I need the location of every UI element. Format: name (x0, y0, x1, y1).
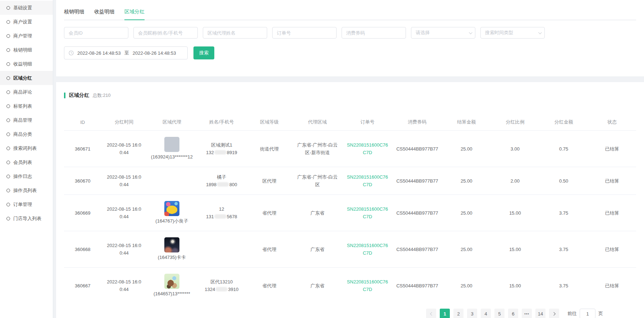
sidebar-item-order-management[interactable]: 订单管理 (0, 197, 53, 211)
sidebar-item-income-detail[interactable]: 收益明细 (0, 57, 53, 71)
sidebar-item-operator-list[interactable]: 操作员列表 (0, 183, 53, 197)
phone-suffix: 3910 (228, 287, 238, 292)
radio-circle-icon (6, 20, 10, 24)
region-agent-name-input[interactable] (203, 27, 267, 39)
cell-status: 已结算 (588, 231, 636, 268)
goto-page-input[interactable] (580, 309, 595, 318)
agent-name: (164657)13******* (151, 290, 193, 297)
table-row: 360667 2022-08-15 16:00:44 (164657)13***… (64, 268, 636, 304)
sidebar-item-merchant-settings[interactable]: 商户设置 (0, 15, 53, 29)
member-name: 橘子 (201, 173, 242, 181)
cell-member: 区代13210 13243910 (197, 268, 246, 304)
member-nickname-input[interactable] (133, 27, 198, 39)
chevron-down-icon (538, 31, 542, 34)
cell-settle: 25.00 (442, 268, 491, 304)
radio-circle-icon (6, 90, 10, 94)
cell-id: 360668 (64, 231, 101, 268)
member-name: 12 (201, 205, 242, 213)
agent-name: (163924)13*******12 (151, 153, 193, 161)
page-button-6[interactable]: 6 (508, 309, 518, 318)
page-button-14[interactable]: 14 (535, 309, 545, 318)
date-filter-row: 2022-08-26 14:48:53 至 2022-08-26 14:48:5… (64, 46, 636, 59)
prev-page-button[interactable] (426, 309, 436, 318)
tab-verification-detail[interactable]: 核销明细 (64, 9, 84, 20)
radio-circle-icon (6, 62, 10, 66)
page-button-3[interactable]: 3 (467, 309, 477, 318)
chevron-right-icon (552, 312, 556, 315)
member-id-input[interactable] (64, 27, 128, 39)
cell-agent: (164767)小良子 (147, 195, 197, 231)
cell-coupon: CS50444BB977B77 (392, 131, 442, 167)
sidebar-item-basic-settings[interactable]: 基础设置 (0, 1, 53, 15)
cell-settle: 25.00 (442, 231, 491, 268)
cell-order: SN2208151600C76C7D (343, 167, 392, 195)
sidebar-item-region-dividend[interactable]: 区域分红 (0, 71, 53, 85)
col-status: 状态 (588, 115, 636, 131)
cell-level: 街道代理 (246, 131, 292, 167)
more-pages-button[interactable]: ••• (522, 309, 532, 318)
coupon-code-input[interactable] (342, 27, 406, 39)
cell-time: 2022-08-15 16:00:44 (101, 195, 147, 231)
cell-amount: 0.75 (539, 131, 588, 167)
order-number-link[interactable]: SN2208151600C76C7D (347, 243, 388, 256)
sidebar-item-product-category[interactable]: 商品分类 (0, 127, 53, 141)
cell-ratio: 3.00 (491, 131, 539, 167)
sidebar-item-label: 商品评论 (13, 89, 32, 95)
table-header-row: ID 分红时间 区域代理 姓名/手机号 区域等级 代理区域 订单号 消费券码 结… (64, 115, 636, 131)
phone-suffix: 8919 (227, 150, 237, 155)
table-row: 360671 2022-08-15 16:00:44 (163924)13***… (64, 131, 636, 167)
cell-order: SN2208151600C76C7D (343, 131, 392, 167)
date-range-picker[interactable]: 2022-08-26 14:48:53 至 2022-08-26 14:48:5… (64, 46, 188, 59)
redacted-phone-segment (214, 150, 227, 154)
page-button-1[interactable]: 1 (440, 309, 450, 318)
sidebar-item-store-import-list[interactable]: 门店导入列表 (0, 211, 53, 225)
col-settle: 结算金额 (442, 115, 491, 131)
cell-amount: 3.75 (539, 231, 588, 268)
order-number-link[interactable]: SN2208151600C76C7D (347, 206, 388, 219)
page-button-4[interactable]: 4 (481, 309, 491, 318)
sidebar-item-tag-list[interactable]: 标签列表 (0, 99, 53, 113)
cell-region: 广东省 (292, 268, 343, 304)
col-ratio: 分红比例 (491, 115, 539, 131)
sidebar-item-product-comments[interactable]: 商品评论 (0, 85, 53, 99)
sidebar-item-search-words[interactable]: 搜索词列表 (0, 141, 53, 155)
tab-region-dividend[interactable]: 区域分红 (124, 9, 145, 20)
cell-amount: 3.75 (539, 268, 588, 304)
tab-income-detail[interactable]: 收益明细 (94, 9, 114, 20)
page-button-5[interactable]: 5 (494, 309, 504, 318)
sidebar-item-member-list[interactable]: 会员列表 (0, 155, 53, 169)
sidebar-item-verification-detail[interactable]: 核销明细 (0, 43, 53, 57)
phone-prefix: 1898 (206, 182, 216, 187)
next-page-button[interactable] (549, 309, 559, 318)
cell-id: 360670 (64, 167, 101, 195)
page-button-2[interactable]: 2 (453, 309, 463, 318)
order-number-link[interactable]: SN2208151600C76C7D (347, 279, 388, 292)
member-phone: 1328919 (201, 149, 242, 156)
member-phone: 1898800 (201, 181, 242, 188)
order-number-link[interactable]: SN2208151600C76C7D (347, 174, 388, 187)
cell-region: 广东省-广州市-白云区-新市街道 (292, 131, 343, 167)
col-agent: 区域代理 (147, 115, 197, 131)
col-level: 区域等级 (246, 115, 292, 131)
redacted-phone-segment (217, 182, 229, 187)
select-placeholder: 请选择 (416, 30, 430, 36)
cell-status: 已结算 (588, 131, 636, 167)
sidebar-item-merchant-management[interactable]: 商户管理 (0, 29, 53, 43)
sidebar-item-product-management[interactable]: 商品管理 (0, 113, 53, 127)
search-time-type-select[interactable]: 搜索时间类型 (480, 27, 545, 39)
date-end-value: 2022-08-26 14:48:53 (133, 50, 176, 56)
dividend-table: ID 分红时间 区域代理 姓名/手机号 区域等级 代理区域 订单号 消费券码 结… (64, 115, 636, 304)
order-no-input[interactable] (272, 27, 337, 39)
col-amount: 分红金额 (539, 115, 588, 131)
status-select[interactable]: 请选择 (411, 27, 475, 39)
search-button[interactable]: 搜索 (193, 46, 214, 59)
sidebar-item-operation-log[interactable]: 操作日志 (0, 169, 53, 183)
sidebar-item-label: 核销明细 (13, 47, 32, 53)
cell-level: 省代理 (246, 195, 292, 231)
sidebar-item-label: 商户设置 (13, 19, 32, 25)
order-number-link[interactable]: SN2208151600C76C7D (347, 142, 388, 155)
cell-status: 已结算 (588, 167, 636, 195)
sidebar-item-label: 会员列表 (13, 159, 32, 166)
cell-order: SN2208151600C76C7D (343, 195, 392, 231)
agent-name: (164767)小良子 (151, 217, 193, 225)
